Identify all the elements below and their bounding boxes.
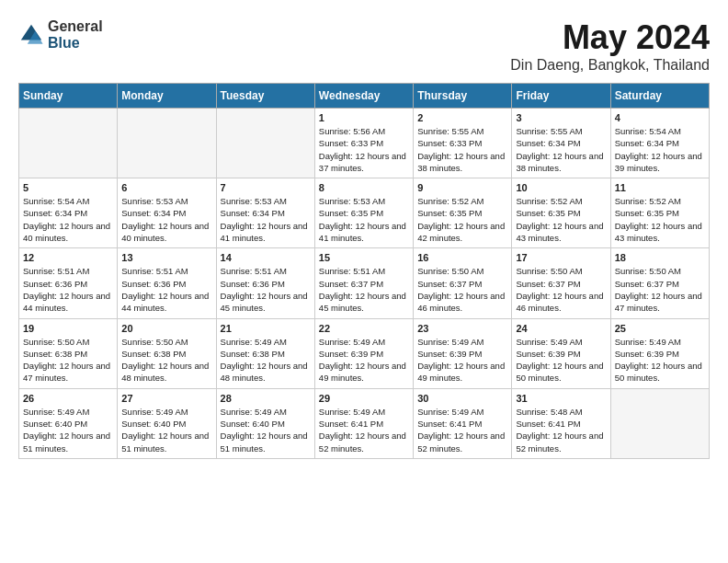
day-number: 13 <box>121 252 211 263</box>
calendar-cell: 30 Sunrise: 5:49 AM Sunset: 6:41 PM Dayl… <box>414 388 512 458</box>
day-number: 20 <box>121 323 211 334</box>
cell-info: Sunrise: 5:55 AM Sunset: 6:34 PM Dayligh… <box>516 125 606 174</box>
weekday-header: Friday <box>512 84 610 109</box>
calendar-cell: 23 Sunrise: 5:49 AM Sunset: 6:39 PM Dayl… <box>414 318 512 388</box>
calendar-cell: 12 Sunrise: 5:51 AM Sunset: 6:36 PM Dayl… <box>19 248 118 318</box>
calendar-week-row: 12 Sunrise: 5:51 AM Sunset: 6:36 PM Dayl… <box>19 248 710 318</box>
day-number: 14 <box>221 252 311 263</box>
day-number: 28 <box>221 393 311 404</box>
cell-info: Sunrise: 5:49 AM Sunset: 6:40 PM Dayligh… <box>23 406 113 454</box>
cell-info: Sunrise: 5:51 AM Sunset: 6:37 PM Dayligh… <box>319 265 409 314</box>
calendar-week-row: 1 Sunrise: 5:56 AM Sunset: 6:33 PM Dayli… <box>19 109 710 178</box>
day-number: 2 <box>417 112 507 123</box>
day-number: 24 <box>516 323 606 334</box>
calendar-cell: 2 Sunrise: 5:55 AM Sunset: 6:33 PM Dayli… <box>414 109 512 178</box>
calendar-cell: 7 Sunrise: 5:53 AM Sunset: 6:34 PM Dayli… <box>216 178 314 248</box>
calendar-cell: 14 Sunrise: 5:51 AM Sunset: 6:36 PM Dayl… <box>216 248 314 318</box>
calendar-cell: 21 Sunrise: 5:49 AM Sunset: 6:38 PM Dayl… <box>216 318 314 388</box>
day-number: 12 <box>23 252 113 263</box>
subtitle: Din Daeng, Bangkok, Thailand <box>510 57 710 74</box>
calendar-cell: 8 Sunrise: 5:53 AM Sunset: 6:35 PM Dayli… <box>314 178 413 248</box>
day-number: 16 <box>417 252 507 263</box>
logo-icon <box>18 22 44 48</box>
cell-info: Sunrise: 5:53 AM Sunset: 6:34 PM Dayligh… <box>221 195 311 244</box>
day-number: 10 <box>516 182 606 193</box>
day-number: 7 <box>221 182 311 193</box>
calendar-cell: 16 Sunrise: 5:50 AM Sunset: 6:37 PM Dayl… <box>414 248 512 318</box>
calendar-cell: 28 Sunrise: 5:49 AM Sunset: 6:40 PM Dayl… <box>216 388 314 458</box>
calendar-cell: 25 Sunrise: 5:49 AM Sunset: 6:39 PM Dayl… <box>610 318 709 388</box>
calendar-table: SundayMondayTuesdayWednesdayThursdayFrid… <box>18 83 710 459</box>
day-number: 27 <box>121 393 211 404</box>
day-number: 6 <box>121 182 211 193</box>
cell-info: Sunrise: 5:49 AM Sunset: 6:40 PM Dayligh… <box>121 406 211 454</box>
day-number: 31 <box>516 393 606 404</box>
logo-blue: Blue <box>48 35 103 52</box>
day-number: 23 <box>417 323 507 334</box>
cell-info: Sunrise: 5:50 AM Sunset: 6:37 PM Dayligh… <box>417 265 507 314</box>
day-number: 19 <box>23 323 113 334</box>
calendar-cell: 13 Sunrise: 5:51 AM Sunset: 6:36 PM Dayl… <box>118 248 216 318</box>
calendar-cell: 1 Sunrise: 5:56 AM Sunset: 6:33 PM Dayli… <box>314 109 413 178</box>
calendar-cell: 9 Sunrise: 5:52 AM Sunset: 6:35 PM Dayli… <box>414 178 512 248</box>
day-number: 25 <box>615 323 705 334</box>
cell-info: Sunrise: 5:56 AM Sunset: 6:33 PM Dayligh… <box>319 125 409 174</box>
day-number: 1 <box>319 112 409 123</box>
cell-info: Sunrise: 5:49 AM Sunset: 6:41 PM Dayligh… <box>319 406 409 454</box>
cell-info: Sunrise: 5:51 AM Sunset: 6:36 PM Dayligh… <box>23 265 113 314</box>
cell-info: Sunrise: 5:55 AM Sunset: 6:33 PM Dayligh… <box>417 125 507 174</box>
day-number: 3 <box>516 112 606 123</box>
weekday-header: Saturday <box>610 84 709 109</box>
day-number: 4 <box>615 112 705 123</box>
day-number: 8 <box>319 182 409 193</box>
weekday-header: Tuesday <box>216 84 314 109</box>
calendar-cell <box>118 109 216 178</box>
calendar-cell <box>216 109 314 178</box>
calendar-week-row: 26 Sunrise: 5:49 AM Sunset: 6:40 PM Dayl… <box>19 388 710 458</box>
cell-info: Sunrise: 5:54 AM Sunset: 6:34 PM Dayligh… <box>615 125 705 174</box>
calendar-cell: 29 Sunrise: 5:49 AM Sunset: 6:41 PM Dayl… <box>314 388 413 458</box>
day-number: 29 <box>319 393 409 404</box>
calendar-week-row: 5 Sunrise: 5:54 AM Sunset: 6:34 PM Dayli… <box>19 178 710 248</box>
logo-general: General <box>48 18 103 35</box>
day-number: 15 <box>319 252 409 263</box>
day-number: 9 <box>417 182 507 193</box>
day-number: 21 <box>221 323 311 334</box>
cell-info: Sunrise: 5:53 AM Sunset: 6:34 PM Dayligh… <box>121 195 211 244</box>
cell-info: Sunrise: 5:52 AM Sunset: 6:35 PM Dayligh… <box>516 195 606 244</box>
cell-info: Sunrise: 5:50 AM Sunset: 6:37 PM Dayligh… <box>615 265 705 314</box>
cell-info: Sunrise: 5:52 AM Sunset: 6:35 PM Dayligh… <box>417 195 507 244</box>
cell-info: Sunrise: 5:51 AM Sunset: 6:36 PM Dayligh… <box>121 265 211 314</box>
cell-info: Sunrise: 5:49 AM Sunset: 6:39 PM Dayligh… <box>319 336 409 385</box>
calendar-cell: 3 Sunrise: 5:55 AM Sunset: 6:34 PM Dayli… <box>512 109 610 178</box>
cell-info: Sunrise: 5:54 AM Sunset: 6:34 PM Dayligh… <box>23 195 113 244</box>
calendar-cell: 18 Sunrise: 5:50 AM Sunset: 6:37 PM Dayl… <box>610 248 709 318</box>
calendar-cell: 24 Sunrise: 5:49 AM Sunset: 6:39 PM Dayl… <box>512 318 610 388</box>
day-number: 22 <box>319 323 409 334</box>
calendar-cell: 15 Sunrise: 5:51 AM Sunset: 6:37 PM Dayl… <box>314 248 413 318</box>
cell-info: Sunrise: 5:48 AM Sunset: 6:41 PM Dayligh… <box>516 406 606 454</box>
calendar-cell: 27 Sunrise: 5:49 AM Sunset: 6:40 PM Dayl… <box>118 388 216 458</box>
day-number: 26 <box>23 393 113 404</box>
main-title: May 2024 <box>510 18 710 57</box>
calendar-cell: 17 Sunrise: 5:50 AM Sunset: 6:37 PM Dayl… <box>512 248 610 318</box>
day-number: 5 <box>23 182 113 193</box>
calendar-cell: 26 Sunrise: 5:49 AM Sunset: 6:40 PM Dayl… <box>19 388 118 458</box>
cell-info: Sunrise: 5:49 AM Sunset: 6:40 PM Dayligh… <box>221 406 311 454</box>
title-block: May 2024 Din Daeng, Bangkok, Thailand <box>510 18 710 74</box>
weekday-header: Wednesday <box>314 84 413 109</box>
calendar-cell: 6 Sunrise: 5:53 AM Sunset: 6:34 PM Dayli… <box>118 178 216 248</box>
weekday-header-row: SundayMondayTuesdayWednesdayThursdayFrid… <box>19 84 710 109</box>
page-header: General Blue May 2024 Din Daeng, Bangkok… <box>18 18 710 74</box>
logo: General Blue <box>18 18 103 51</box>
calendar-cell: 19 Sunrise: 5:50 AM Sunset: 6:38 PM Dayl… <box>19 318 118 388</box>
calendar-cell: 31 Sunrise: 5:48 AM Sunset: 6:41 PM Dayl… <box>512 388 610 458</box>
cell-info: Sunrise: 5:49 AM Sunset: 6:38 PM Dayligh… <box>221 336 311 385</box>
calendar-cell <box>19 109 118 178</box>
weekday-header: Thursday <box>414 84 512 109</box>
cell-info: Sunrise: 5:49 AM Sunset: 6:39 PM Dayligh… <box>516 336 606 385</box>
weekday-header: Monday <box>118 84 216 109</box>
calendar-cell: 20 Sunrise: 5:50 AM Sunset: 6:38 PM Dayl… <box>118 318 216 388</box>
cell-info: Sunrise: 5:50 AM Sunset: 6:38 PM Dayligh… <box>121 336 211 385</box>
calendar-cell: 10 Sunrise: 5:52 AM Sunset: 6:35 PM Dayl… <box>512 178 610 248</box>
